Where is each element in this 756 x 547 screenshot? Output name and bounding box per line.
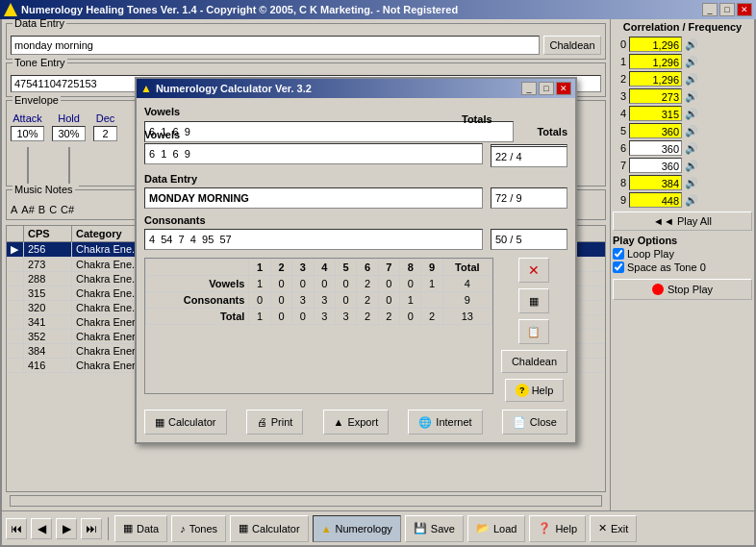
print-label: Print xyxy=(271,416,293,428)
th-1: 1 xyxy=(249,260,270,276)
consonants-input[interactable] xyxy=(144,229,483,250)
modal-help-label: Help xyxy=(532,385,554,396)
t5: 3 xyxy=(335,309,356,325)
v-total: 4 xyxy=(442,276,491,292)
internet-label: Internet xyxy=(436,416,471,428)
modal-export-btn[interactable]: ▲ Export xyxy=(323,410,390,435)
modal-print-btn[interactable]: 🖨 Print xyxy=(246,410,304,435)
modal-title-text: Numerology Calculator Ver. 3.2 xyxy=(156,83,312,94)
modal-close-action-btn[interactable]: 📄 Close xyxy=(502,410,567,435)
c2: 0 xyxy=(270,292,291,309)
close-icon: 📄 xyxy=(513,416,526,429)
data-entry-total-input xyxy=(491,187,567,209)
v5: 0 xyxy=(335,276,356,292)
data-entry-row-layout: Data Entry xyxy=(144,173,567,209)
modal-chaldean-btn[interactable]: Chaldean xyxy=(501,350,567,373)
t-total: 13 xyxy=(442,309,491,325)
modal-calculator-btn[interactable]: ▦ Calculator xyxy=(144,410,227,435)
v1: 1 xyxy=(249,276,270,292)
c1: 0 xyxy=(249,292,270,309)
row-vowels-label: Vowels xyxy=(146,276,249,292)
v7: 0 xyxy=(378,276,399,292)
c6: 2 xyxy=(357,292,378,309)
t9: 2 xyxy=(421,309,442,325)
totals-header: Totals xyxy=(462,113,567,125)
modal-minimize-btn[interactable]: _ xyxy=(521,82,537,95)
vowels-row-layout: Vowels xyxy=(144,129,567,167)
c5: 0 xyxy=(335,292,356,309)
th-4: 4 xyxy=(314,260,335,276)
consonants-label: Consonants xyxy=(144,214,483,226)
modal-icon: ▲ xyxy=(140,82,152,95)
th-6: 6 xyxy=(357,260,378,276)
c9 xyxy=(421,292,442,309)
th-5: 5 xyxy=(335,260,356,276)
th-empty xyxy=(146,260,249,276)
modal-data-entry-input[interactable] xyxy=(144,187,483,209)
export-icon: ▲ xyxy=(334,416,344,428)
modal-cancel-btn[interactable]: ✕ xyxy=(518,258,549,283)
row-total-label: Total xyxy=(146,309,249,325)
th-3: 3 xyxy=(292,260,314,276)
t8: 0 xyxy=(400,309,421,325)
th-2: 2 xyxy=(270,260,291,276)
modal-data-entry-label: Data Entry xyxy=(144,173,483,185)
c7: 0 xyxy=(378,292,399,309)
t4: 3 xyxy=(314,309,335,325)
vowels-values-input[interactable] xyxy=(144,143,483,164)
close-label: Close xyxy=(530,416,557,428)
modal-window-controls: _ □ ✕ xyxy=(521,82,571,95)
t7: 2 xyxy=(378,309,399,325)
internet-icon: 🌐 xyxy=(418,416,432,429)
th-9: 9 xyxy=(421,260,442,276)
table-and-buttons: 1 2 3 4 5 6 7 8 9 Total Vowels xyxy=(144,258,567,402)
th-7: 7 xyxy=(378,260,399,276)
calc-label: Calculator xyxy=(168,416,216,428)
modal-internet-btn[interactable]: 🌐 Internet xyxy=(408,410,482,435)
v4: 0 xyxy=(314,276,335,292)
th-8: 8 xyxy=(400,260,421,276)
numerology-calculator-modal: ▲ Numerology Calculator Ver. 3.2 _ □ ✕ V… xyxy=(135,77,577,444)
modal-copy-btn[interactable]: 📋 xyxy=(518,319,549,344)
modal-action-buttons: ▦ Calculator 🖨 Print ▲ Export 🌐 Internet… xyxy=(144,410,567,435)
v9: 1 xyxy=(421,276,442,292)
help-icon-circle: ? xyxy=(516,384,529,397)
c-total: 9 xyxy=(442,292,491,309)
consonants-row-layout: Consonants xyxy=(144,214,567,250)
modal-content: Vowels Totals Totals Vowels xyxy=(137,98,575,442)
modal-calc-icon-btn[interactable]: ▦ xyxy=(518,288,549,313)
v8: 0 xyxy=(400,276,421,292)
modal-overlay: ▲ Numerology Calculator Ver. 3.2 _ □ ✕ V… xyxy=(0,0,756,547)
numerology-table: 1 2 3 4 5 6 7 8 9 Total Vowels xyxy=(144,258,493,394)
vowels-total-input xyxy=(491,146,567,167)
export-label: Export xyxy=(347,416,378,428)
modal-title-bar: ▲ Numerology Calculator Ver. 3.2 _ □ ✕ xyxy=(137,79,575,98)
v2: 0 xyxy=(270,276,291,292)
t3: 0 xyxy=(292,309,314,325)
print-icon: 🖨 xyxy=(257,416,267,428)
consonants-total-input xyxy=(491,229,567,250)
modal-help-btn[interactable]: ? Help xyxy=(505,379,565,402)
modal-right-buttons: ✕ ▦ 📋 Chaldean ? Help xyxy=(501,258,567,402)
modal-maximize-btn[interactable]: □ xyxy=(539,82,554,95)
th-total: Total xyxy=(442,260,491,276)
t6: 2 xyxy=(357,309,378,325)
c4: 3 xyxy=(314,292,335,309)
row-consonants-label: Consonants xyxy=(146,292,249,309)
calc-icon: ▦ xyxy=(155,416,164,429)
v6: 2 xyxy=(357,276,378,292)
v3: 0 xyxy=(292,276,314,292)
c8: 1 xyxy=(400,292,421,309)
vowels-section-label: Vowels xyxy=(144,129,483,140)
t2: 0 xyxy=(270,309,291,325)
t1: 1 xyxy=(249,309,270,325)
modal-close-btn[interactable]: ✕ xyxy=(556,82,571,95)
c3: 3 xyxy=(292,292,314,309)
